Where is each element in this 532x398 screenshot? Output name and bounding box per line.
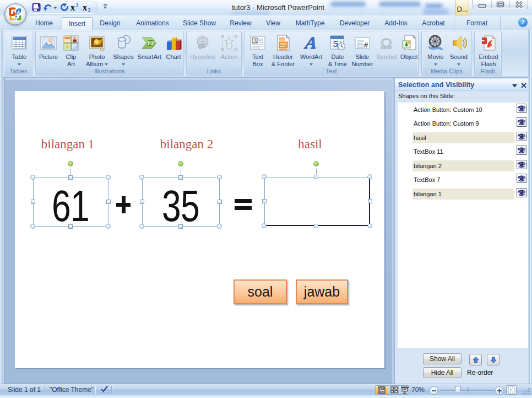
svg-text:Ω: Ω xyxy=(381,35,392,52)
svg-text:2: 2 xyxy=(88,7,91,13)
svg-text:#: # xyxy=(364,41,368,49)
svg-text:x: x xyxy=(83,3,87,12)
svg-text:5: 5 xyxy=(334,39,338,49)
svg-text:x: x xyxy=(70,3,75,12)
svg-text:2: 2 xyxy=(76,2,79,8)
svg-text:A: A xyxy=(253,38,257,44)
svg-text:A: A xyxy=(303,34,318,52)
